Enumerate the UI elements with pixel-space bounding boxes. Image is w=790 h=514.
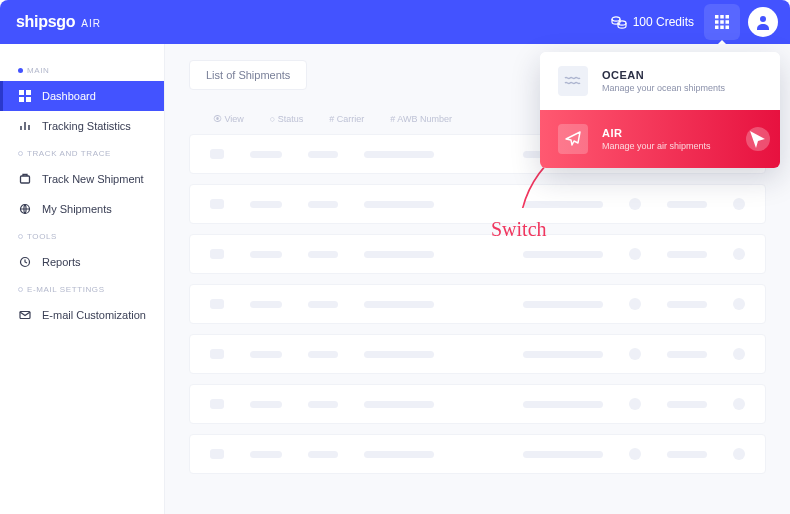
ring-icon [18, 234, 23, 239]
sidebar: MAIN Dashboard Tracking Statistics TRACK… [0, 44, 165, 514]
plane-icon [558, 124, 588, 154]
dropdown-title: AIR [602, 127, 711, 139]
svg-rect-7 [726, 20, 730, 24]
app-header: shipsgo AIR 100 Credits [0, 0, 790, 44]
mail-icon [18, 308, 32, 322]
sidebar-item-email-customization[interactable]: E-mail Customization [0, 300, 164, 330]
sidebar-item-track-new[interactable]: Track New Shipment [0, 164, 164, 194]
svg-rect-9 [720, 26, 724, 30]
svg-rect-13 [26, 90, 31, 95]
col-status: ○ Status [270, 114, 303, 124]
table-row[interactable] [189, 384, 766, 424]
package-icon [18, 172, 32, 186]
sidebar-item-label: Reports [42, 256, 81, 268]
sidebar-item-my-shipments[interactable]: My Shipments [0, 194, 164, 224]
sidebar-item-label: Tracking Statistics [42, 120, 131, 132]
table-row[interactable] [189, 184, 766, 224]
table-row[interactable] [189, 434, 766, 474]
ring-icon [18, 151, 23, 156]
table-row[interactable] [189, 334, 766, 374]
svg-rect-5 [715, 20, 719, 24]
col-view: ⦿ View [213, 114, 244, 124]
sidebar-item-dashboard[interactable]: Dashboard [0, 81, 164, 111]
stats-icon [18, 119, 32, 133]
svg-rect-14 [19, 97, 24, 102]
dropdown-subtitle: Manage your air shipments [602, 141, 711, 151]
svg-rect-4 [726, 15, 730, 19]
sidebar-item-label: E-mail Customization [42, 309, 146, 321]
sidebar-section-tools: TOOLS [0, 224, 164, 247]
svg-rect-15 [26, 97, 31, 102]
svg-rect-3 [720, 15, 724, 19]
bullet-icon [18, 68, 23, 73]
tab-list-of-shipments[interactable]: List of Shipments [189, 60, 307, 90]
cursor-icon [747, 128, 769, 150]
sidebar-section-email: E-MAIL SETTINGS [0, 277, 164, 300]
waves-icon [558, 66, 588, 96]
apps-dropdown: OCEAN Manage your ocean shipments AIR Ma… [540, 52, 780, 168]
apps-menu-button[interactable] [704, 4, 740, 40]
table-row[interactable] [189, 234, 766, 274]
svg-rect-6 [720, 20, 724, 24]
sidebar-item-reports[interactable]: Reports [0, 247, 164, 277]
ring-icon [18, 287, 23, 292]
table-row[interactable] [189, 284, 766, 324]
col-awb: # AWB Number [390, 114, 452, 124]
sidebar-item-label: Track New Shipment [42, 173, 144, 185]
dropdown-subtitle: Manage your ocean shipments [602, 83, 725, 93]
sidebar-item-label: Dashboard [42, 90, 96, 102]
credits-text: 100 Credits [633, 15, 694, 29]
svg-rect-16 [21, 176, 30, 183]
brand-subtitle: AIR [81, 18, 101, 29]
profile-button[interactable] [748, 7, 778, 37]
dashboard-icon [18, 89, 32, 103]
sidebar-item-label: My Shipments [42, 203, 112, 215]
dropdown-title: OCEAN [602, 69, 725, 81]
svg-point-11 [760, 16, 766, 22]
dropdown-item-air[interactable]: AIR Manage your air shipments [540, 110, 780, 168]
grid-icon [714, 14, 730, 30]
svg-rect-12 [19, 90, 24, 95]
svg-rect-10 [726, 26, 730, 30]
sidebar-item-tracking-statistics[interactable]: Tracking Statistics [0, 111, 164, 141]
sidebar-section-main: MAIN [0, 58, 164, 81]
sidebar-section-track: TRACK AND TRACE [0, 141, 164, 164]
cursor-indicator [746, 127, 770, 151]
globe-icon [18, 202, 32, 216]
col-carrier: # Carrier [329, 114, 364, 124]
person-icon [755, 14, 771, 30]
svg-rect-2 [715, 15, 719, 19]
svg-rect-8 [715, 26, 719, 30]
coins-icon [611, 15, 627, 29]
dropdown-item-ocean[interactable]: OCEAN Manage your ocean shipments [540, 52, 780, 110]
credits-badge[interactable]: 100 Credits [611, 15, 694, 29]
brand-logo: shipsgo [16, 13, 75, 31]
svg-point-0 [612, 17, 620, 21]
clock-icon [18, 255, 32, 269]
brand: shipsgo AIR [16, 13, 101, 31]
